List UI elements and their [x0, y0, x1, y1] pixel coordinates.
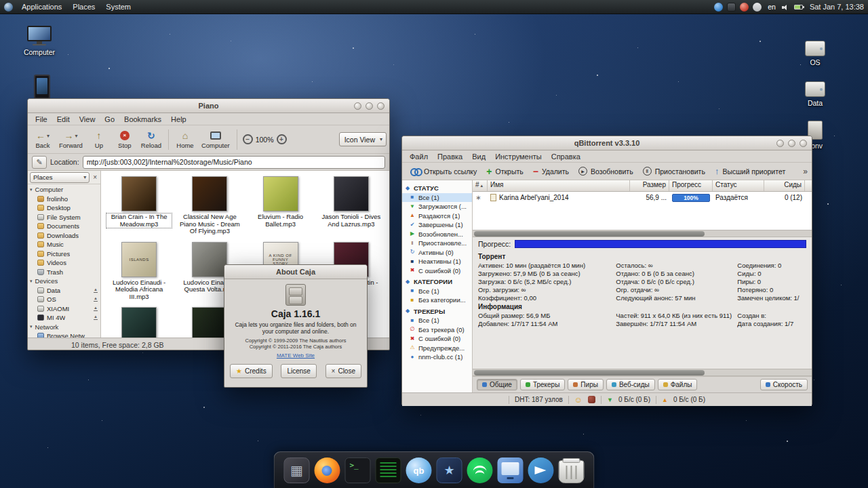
desktop-icon-data[interactable]: Data	[795, 81, 835, 107]
file-item[interactable]: Jason Tonioli - Dives And Lazrus.mp3	[316, 176, 387, 235]
credits-button[interactable]: ★Credits	[230, 364, 273, 378]
tray-chat-icon[interactable]	[727, 3, 736, 12]
license-button[interactable]: License	[281, 364, 316, 378]
file-manager-icon[interactable]	[498, 458, 524, 483]
caja-titlebar[interactable]: Piano	[28, 99, 389, 113]
sidebar-item[interactable]: Documents	[28, 222, 100, 231]
sidebar-item[interactable]: Music	[28, 240, 100, 249]
tab[interactable]: Файлы	[658, 379, 698, 390]
filter-item[interactable]: ⚠Предупрежде...	[402, 344, 472, 353]
qbt-titlebar[interactable]: qBittorrent v3.3.10	[402, 136, 812, 150]
tab[interactable]: Общие	[477, 379, 517, 390]
filter-section-header[interactable]: ◆СТАТУС	[402, 184, 472, 193]
qbittorrent-icon[interactable]	[406, 458, 432, 483]
view-mode-select[interactable]: Icon View ▾	[339, 132, 387, 146]
clock[interactable]: Sat Jan 7, 13:38	[807, 3, 864, 11]
filter-item[interactable]: ∅Без трекера (0)	[402, 325, 472, 335]
filter-item[interactable]: ●nnm-club.cc (1)	[402, 352, 472, 362]
filter-item[interactable]: ■Все (1)	[402, 193, 472, 203]
filter-item[interactable]: ↻Активны (0)	[402, 248, 472, 258]
tab[interactable]: Пиры	[568, 379, 604, 390]
menu-item[interactable]: Edit	[52, 115, 75, 124]
menu-item[interactable]: Инструменты	[490, 152, 547, 161]
panel-menu[interactable]: System	[101, 1, 136, 12]
reload-button[interactable]: Reload	[138, 129, 164, 150]
delete-button[interactable]: Удалить	[529, 165, 573, 178]
eject-icon[interactable]: ▲	[94, 297, 98, 302]
sidebar-item[interactable]: Browse Netw...	[28, 331, 100, 338]
filter-item[interactable]: ■Все (1)	[402, 287, 472, 296]
top-priority-button[interactable]: Высший приоритет	[711, 165, 789, 178]
telegram-icon[interactable]	[528, 458, 554, 483]
menu-item[interactable]: Правка	[433, 152, 467, 161]
tab[interactable]: Трекеры	[520, 379, 565, 390]
home-button[interactable]: Home	[173, 129, 197, 150]
filter-item[interactable]: ‖Приостановле...	[402, 239, 472, 248]
scrollbar-thumb[interactable]	[474, 231, 705, 237]
edit-location-button[interactable]: ✎	[32, 156, 47, 169]
terminal-icon[interactable]	[345, 458, 371, 483]
filter-item[interactable]: ▶Возобновлен...	[402, 230, 472, 239]
horizontal-scrollbar[interactable]	[473, 369, 812, 376]
eject-icon[interactable]: ▲	[94, 315, 98, 320]
add-torrent-button[interactable]: Открыть	[482, 165, 527, 178]
desktop-icon-os[interactable]: OS	[795, 41, 835, 66]
column-header[interactable]: #	[473, 180, 488, 191]
zoom-in-icon[interactable]: +	[277, 134, 287, 144]
website-link[interactable]: MATE Web Site	[277, 352, 315, 359]
filter-item[interactable]: ✖С ошибкой (0)	[402, 266, 472, 276]
spotify-icon[interactable]	[467, 458, 493, 483]
close-button[interactable]	[377, 102, 384, 110]
sidebar-item[interactable]: Data▲	[28, 286, 100, 296]
file-item[interactable]: Classical New Age Piano Music - Dream Of…	[174, 176, 245, 235]
scrollbar-thumb[interactable]	[474, 370, 705, 375]
sidebar-item[interactable]: Desktop	[28, 203, 100, 213]
panel-menu[interactable]: Applications	[17, 1, 66, 12]
menu-item[interactable]: File	[31, 115, 52, 124]
maximize-button[interactable]	[366, 102, 373, 110]
horizontal-scrollbar[interactable]	[473, 230, 812, 237]
sidebar-section-header[interactable]: ▾Computer	[28, 185, 100, 195]
sidebar-close-icon[interactable]: ×	[92, 174, 98, 181]
up-button[interactable]: Up	[87, 129, 111, 150]
connection-status-icon[interactable]	[588, 396, 595, 403]
minimize-button[interactable]	[354, 102, 361, 110]
desktop-icon-computer[interactable]: Computer	[19, 26, 60, 56]
panel-menu[interactable]: Places	[68, 1, 100, 12]
column-header[interactable]: Статус	[713, 180, 764, 191]
toolbar-overflow-icon[interactable]: »	[803, 167, 808, 176]
tab-speed[interactable]: Скорость	[760, 379, 808, 390]
column-header[interactable]: Прогресс	[669, 180, 713, 191]
tray-network-icon[interactable]	[714, 3, 723, 12]
stop-button[interactable]: Stop	[113, 129, 137, 150]
menu-item[interactable]: Вид	[467, 152, 490, 161]
file-item[interactable]: ISLANDSLudovico Einaudi - Melodia Africa…	[104, 242, 174, 301]
forward-button[interactable]: ▾ Forward	[56, 129, 85, 150]
maximize-button[interactable]	[788, 140, 795, 147]
eject-icon[interactable]: ▲	[94, 306, 98, 311]
filter-item[interactable]: ■Неактивны (1)	[402, 257, 472, 266]
desktop-icon-phone[interactable]	[22, 75, 62, 99]
launcher-icon[interactable]	[284, 458, 310, 483]
filter-section-header[interactable]: ◆ТРЕКЕРЫ	[402, 307, 472, 317]
sidebar-item[interactable]: XIAOMI▲	[28, 304, 100, 314]
torrent-row[interactable]: ∗Karina Arbel'yani_201456,9 ...100%Разда…	[473, 192, 812, 203]
filter-section-header[interactable]: ◆КАТЕГОРИИ	[402, 277, 472, 287]
sidebar-mode-select[interactable]: Places ▾	[30, 172, 90, 183]
smiley-icon[interactable]: ☺	[574, 396, 583, 404]
filter-item[interactable]: ✔Завершены (1)	[402, 220, 472, 230]
keyboard-layout-indicator[interactable]: en	[766, 3, 778, 11]
back-button[interactable]: ▾ Back	[31, 129, 55, 150]
menu-item[interactable]: Файл	[405, 152, 433, 161]
open-link-button[interactable]: Открыть ссылку	[406, 166, 481, 177]
computer-button[interactable]: Computer	[199, 129, 233, 150]
filter-item[interactable]: ■Без категории...	[402, 296, 472, 305]
column-header[interactable]: Размер	[630, 180, 669, 191]
sidebar-section-header[interactable]: ▾Network	[28, 323, 100, 332]
sidebar-item[interactable]: File System	[28, 213, 100, 222]
pause-button[interactable]: Приостановить	[639, 165, 709, 177]
back-dropdown-caret[interactable]: ▾	[47, 133, 50, 139]
sidebar-item[interactable]: Downloads	[28, 231, 100, 241]
close-button[interactable]	[800, 140, 807, 147]
resume-button[interactable]: Возобновить	[574, 165, 637, 177]
